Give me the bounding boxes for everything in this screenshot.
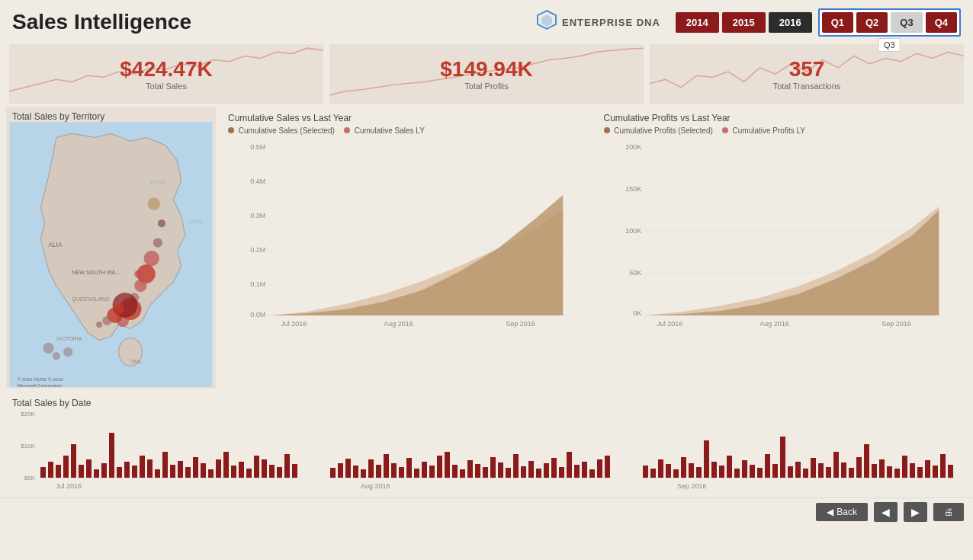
svg-rect-76: [124, 462, 130, 478]
svg-rect-172: [917, 467, 923, 478]
svg-rect-75: [117, 467, 122, 478]
svg-point-24: [114, 303, 124, 314]
svg-text:© 2016 HERE  © 2016: © 2016 HERE © 2016: [18, 376, 64, 382]
map-panel: Total Sales by Territory ALIA NEW SOUTH …: [6, 107, 216, 389]
svg-rect-176: [948, 465, 953, 478]
svg-rect-110: [414, 469, 419, 478]
legend-profits-label-selected: Cumulative Profits (Selected): [614, 126, 713, 135]
legend-item-2: Cumulative Sales LY: [344, 126, 425, 135]
legend-dot-selected: [228, 127, 234, 133]
svg-text:Aug 2016: Aug 2016: [384, 320, 413, 328]
svg-rect-85: [193, 457, 198, 478]
bottom-chart-title: Total Sales by Date: [12, 398, 961, 408]
logo-area: ENTERPRISE DNA: [536, 9, 660, 35]
svg-rect-156: [795, 462, 801, 478]
prev-page-button[interactable]: ◀: [874, 502, 898, 522]
svg-text:150K: 150K: [625, 185, 641, 193]
svg-point-13: [153, 238, 162, 248]
svg-rect-105: [376, 465, 381, 478]
app-title: Sales Intelligence: [12, 10, 536, 34]
svg-text:0.4M: 0.4M: [250, 178, 265, 185]
svg-rect-140: [673, 469, 679, 478]
svg-text:200K: 200K: [625, 143, 641, 151]
svg-text:0K: 0K: [633, 309, 641, 317]
total-transactions-label: Total Transactions: [773, 82, 841, 91]
charts-panel: Cumulative Sales vs Last Year Cumulative…: [222, 107, 967, 389]
svg-text:0.0M: 0.0M: [250, 311, 265, 318]
svg-rect-91: [239, 462, 244, 478]
back-button[interactable]: ◀ Back: [816, 503, 868, 521]
legend-label-selected: Cumulative Sales (Selected): [239, 126, 335, 135]
svg-rect-134: [597, 459, 602, 478]
print-button[interactable]: 🖨: [933, 503, 964, 521]
svg-rect-115: [452, 465, 458, 478]
next-page-button[interactable]: ▶: [904, 502, 927, 522]
svg-rect-117: [467, 460, 473, 478]
map-title: Total Sales by Territory: [6, 107, 216, 122]
legend-profits-label-ly: Cumulative Profits LY: [733, 126, 805, 135]
svg-rect-119: [483, 467, 488, 478]
year-2015-button[interactable]: 2015: [722, 12, 766, 33]
svg-text:TAS...: TAS...: [130, 359, 145, 365]
svg-rect-125: [528, 461, 534, 478]
print-icon: 🖨: [944, 507, 953, 517]
svg-text:Pacifc: Pacifc: [150, 179, 167, 186]
legend-dot-ly: [344, 127, 350, 133]
year-2014-button[interactable]: 2014: [676, 12, 719, 33]
svg-rect-97: [284, 454, 290, 478]
svg-rect-160: [826, 467, 831, 478]
svg-point-12: [158, 219, 165, 227]
legend-label-ly: Cumulative Sales LY: [355, 126, 425, 135]
svg-rect-90: [231, 466, 236, 478]
svg-rect-142: [689, 463, 694, 478]
svg-text:$0K: $0K: [24, 475, 36, 482]
svg-rect-124: [521, 466, 526, 478]
svg-rect-144: [704, 440, 709, 478]
svg-marker-1: [541, 14, 552, 27]
legend-profits-item-1: Cumulative Profits (Selected): [604, 126, 713, 135]
q2-button[interactable]: Q2: [856, 12, 888, 33]
svg-rect-101: [345, 459, 351, 478]
kpi-row: $424.47K Total Sales $149.94K Total Prof…: [6, 44, 967, 104]
svg-point-21: [102, 316, 111, 325]
q4-button[interactable]: Q4: [926, 12, 957, 33]
svg-text:ALIA: ALIA: [49, 242, 63, 248]
svg-rect-157: [803, 469, 808, 478]
svg-rect-133: [589, 469, 595, 478]
svg-text:Microsoft Corporation: Microsoft Corporation: [18, 382, 63, 387]
cumulative-sales-title: Cumulative Sales vs Last Year: [228, 113, 586, 123]
bottom-panel: Total Sales by Date $20K $10K $0K: [6, 392, 967, 494]
svg-rect-89: [223, 452, 229, 478]
total-profits-card: $149.94K Total Profits: [329, 44, 644, 104]
svg-rect-65: [40, 467, 46, 478]
q3-button[interactable]: Q3: [891, 12, 922, 33]
svg-rect-167: [879, 459, 885, 478]
svg-rect-130: [567, 452, 572, 478]
svg-rect-151: [757, 468, 763, 478]
svg-rect-122: [506, 468, 511, 478]
svg-text:0.2M: 0.2M: [250, 246, 265, 254]
year-2016-button[interactable]: 2016: [769, 12, 812, 33]
svg-rect-131: [574, 465, 580, 478]
svg-rect-159: [818, 463, 824, 478]
total-sales-label: Total Sales: [146, 82, 187, 91]
svg-rect-94: [262, 459, 267, 478]
svg-rect-175: [940, 454, 946, 478]
header: Sales Intelligence ENTERPRISE DNA 2014 2…: [0, 0, 973, 44]
svg-text:NEW SOUTH WA...: NEW SOUTH WA...: [72, 270, 120, 276]
svg-rect-132: [582, 462, 587, 478]
svg-rect-100: [338, 463, 343, 478]
svg-rect-165: [864, 444, 869, 478]
svg-rect-138: [658, 459, 663, 478]
svg-rect-74: [109, 433, 114, 478]
q1-button[interactable]: Q1: [822, 12, 853, 33]
svg-point-26: [63, 347, 72, 357]
svg-rect-158: [811, 458, 816, 478]
q3-tooltip: Q3: [878, 38, 901, 52]
svg-text:Sep 2016: Sep 2016: [506, 320, 535, 328]
svg-rect-118: [475, 464, 480, 478]
svg-rect-112: [429, 466, 435, 478]
svg-point-14: [143, 251, 159, 266]
svg-rect-147: [727, 456, 732, 478]
svg-rect-104: [368, 459, 374, 478]
